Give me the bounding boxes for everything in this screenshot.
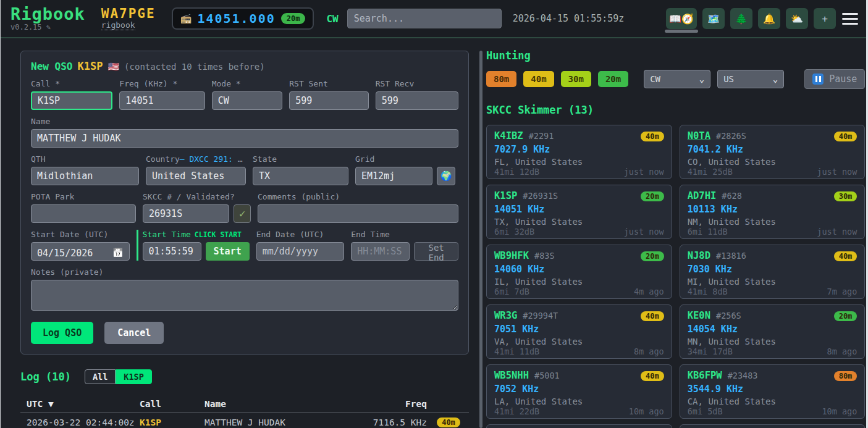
toolbar-button[interactable]: 🔔 — [758, 8, 780, 29]
card-band-badge: 20m — [641, 191, 664, 201]
end-time-field[interactable] — [351, 242, 410, 261]
log-call: K1SP — [140, 418, 204, 427]
skimmer-card[interactable]: KE0N #256S 20m 14054 KHz MN, United Stat… — [680, 304, 866, 359]
toolbar-button[interactable]: 🌲 — [730, 8, 752, 29]
band-filter-chip[interactable]: 20m — [598, 71, 628, 87]
hunting-title: Hunting — [486, 49, 865, 62]
skimmer-card[interactable]: WB5NHH #5001 40m 7052 KHz LA, United Sta… — [486, 364, 672, 419]
start-button[interactable]: Start — [206, 242, 250, 261]
notes-field[interactable] — [31, 280, 458, 311]
call-field[interactable] — [31, 91, 112, 110]
card-callsign[interactable]: WB5NHH — [494, 370, 529, 381]
band-filter-chip[interactable]: 40m — [523, 71, 554, 87]
card-signal: 41mi 12dB — [494, 167, 539, 177]
grid-field[interactable] — [355, 167, 432, 185]
skimmer-card[interactable]: 20m — [680, 424, 866, 428]
call-label: Call * — [31, 79, 112, 88]
col-utc[interactable]: UTC ▼ — [27, 399, 140, 409]
cancel-button[interactable]: Cancel — [104, 322, 164, 344]
set-end-button[interactable]: Set End — [414, 242, 458, 261]
start-date-field[interactable]: 04/15/2026 📅 — [31, 242, 130, 261]
skcc-validated-checkbox[interactable]: ✓ — [234, 204, 251, 223]
pota-field[interactable] — [31, 204, 136, 223]
new-qso-panel: New QSO K1SP 🇺🇸 (contacted 10 times befo… — [20, 51, 469, 355]
calendar-icon[interactable]: 📅 — [112, 245, 123, 258]
skimmer-card[interactable]: AD7HI #628 30m 10113 KHz NM, United Stat… — [680, 185, 866, 239]
region-select[interactable]: US ⌄ — [717, 70, 784, 88]
dxcc-link[interactable]: — DXCC 291: UNI… — [180, 154, 246, 164]
skimmer-card[interactable]: NJ8D #13816 40m 7030 KHz MI, United Stat… — [680, 245, 866, 299]
logbook-link[interactable]: rigbook — [101, 21, 135, 30]
region-select-value: US — [723, 74, 734, 84]
card-callsign[interactable]: AD7HI — [688, 190, 717, 201]
skcc-field[interactable] — [143, 204, 229, 223]
skcc-label: SKCC # / Validated? — [143, 192, 251, 201]
card-callsign[interactable]: KB6FPW — [688, 370, 722, 381]
left-column: New QSO K1SP 🇺🇸 (contacted 10 times befo… — [1, 38, 476, 428]
qth-field[interactable] — [31, 167, 139, 185]
band-filter-chip[interactable]: 80m — [486, 71, 516, 87]
toolbar-icon: ⛅ — [791, 13, 803, 25]
end-time-label: End Time — [351, 230, 458, 239]
rst-recv-field[interactable] — [376, 91, 458, 110]
toolbar-button[interactable]: ⛅ — [786, 8, 808, 29]
card-callsign[interactable]: K1SP — [494, 190, 517, 201]
skimmer-card[interactable]: N0TA #2826S 40m 7041.2 KHz CO, United St… — [680, 125, 866, 179]
card-age: just now — [624, 227, 664, 237]
toolbar-button[interactable]: 🗺️ — [702, 8, 725, 29]
freq-field[interactable] — [119, 91, 204, 110]
skimmer-card[interactable]: K1SP #26931S 20m 14051 KHz TX, United St… — [486, 185, 672, 239]
card-frequency: 7041.2 KHz — [688, 144, 857, 155]
card-callsign[interactable]: WR3G — [494, 310, 517, 321]
card-skcc-number: #628 — [722, 191, 742, 201]
name-field[interactable] — [31, 129, 458, 148]
state-field[interactable] — [253, 167, 348, 185]
skimmer-card[interactable]: WR3G #29994T 40m 7051 KHz VA, United Sta… — [486, 304, 672, 359]
col-name[interactable]: Name — [204, 399, 337, 409]
current-mode-label: CW — [326, 13, 338, 25]
skimmer-card[interactable]: K4IBZ #2291 40m 7027.9 KHz FL, United St… — [486, 125, 672, 179]
chevron-down-icon: ⌄ — [773, 74, 778, 84]
app-logo: Rigbook v0.2.15 ✎ — [11, 6, 85, 31]
new-qso-label: New QSO — [31, 61, 72, 72]
pause-button[interactable]: Pause — [804, 69, 865, 89]
globe-button[interactable]: 🌍 — [437, 167, 455, 185]
card-band-badge: 40m — [834, 132, 857, 141]
col-call[interactable]: Call — [140, 399, 204, 409]
mode-select[interactable]: CW ⌄ — [644, 70, 710, 88]
mode-field[interactable] — [212, 91, 283, 110]
card-frequency: 7030 KHz — [688, 264, 857, 275]
band-filter-chip[interactable]: 30m — [561, 71, 591, 87]
card-location: MN, United States — [688, 337, 857, 346]
log-qso-button[interactable]: Log QSO — [31, 322, 93, 344]
end-date-field[interactable] — [256, 242, 344, 261]
skimmer-card[interactable]: WB9HFK #83S 20m 14060 KHz IL, United Sta… — [486, 245, 672, 299]
toolbar-icon: 🌲 — [735, 13, 748, 25]
comments-field[interactable] — [258, 204, 458, 223]
card-callsign[interactable]: WB9HFK — [494, 250, 529, 261]
skimmer-card[interactable]: KB6FPW #23483 80m 3544.9 KHz CA, United … — [680, 364, 866, 419]
app-version[interactable]: v0.2.15 ✎ — [11, 23, 85, 31]
frequency-display[interactable]: 📻 14051.000 20m — [172, 7, 314, 30]
menu-icon[interactable] — [842, 13, 858, 25]
filter-call-button[interactable]: K1SP — [116, 369, 152, 384]
toolbar-button[interactable]: 📖🧭 — [666, 8, 697, 29]
card-callsign[interactable]: NJ8D — [688, 250, 710, 261]
rst-sent-field[interactable] — [289, 91, 368, 110]
scrollbar-thumb[interactable] — [479, 51, 482, 428]
search-input[interactable] — [347, 9, 502, 28]
card-callsign[interactable]: N0TA — [688, 130, 710, 141]
skimmer-card[interactable]: 40m — [486, 424, 672, 428]
freq-label: Freq (KHz) * — [119, 79, 204, 88]
card-frequency: 10113 KHz — [688, 204, 857, 215]
card-age: 8m ago — [634, 346, 664, 356]
col-freq[interactable]: Freq — [337, 399, 427, 409]
card-callsign[interactable]: KE0N — [688, 310, 710, 321]
start-time-field[interactable] — [143, 242, 201, 261]
card-frequency: 14054 KHz — [688, 324, 857, 335]
country-field[interactable] — [146, 167, 246, 185]
filter-all-button[interactable]: All — [85, 369, 116, 384]
card-callsign[interactable]: K4IBZ — [494, 130, 523, 141]
toolbar-button[interactable]: + — [814, 8, 836, 29]
log-row[interactable]: 2026-03-22 02:44:00z K1SP MATTHEW J HUDA… — [20, 413, 469, 428]
